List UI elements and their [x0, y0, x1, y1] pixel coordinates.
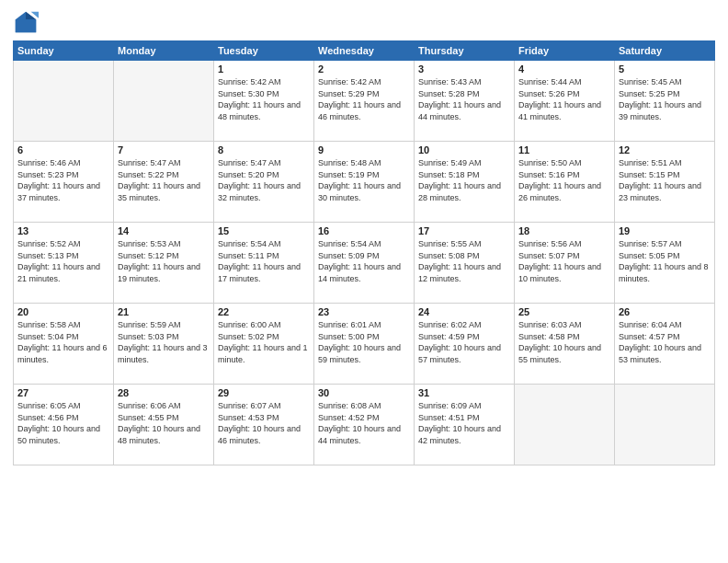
calendar-cell: 13 Sunrise: 5:52 AMSunset: 5:13 PMDaylig…: [14, 223, 114, 304]
cell-info: Sunrise: 5:49 AMSunset: 5:18 PMDaylight:…: [418, 157, 510, 203]
calendar-cell: 26 Sunrise: 6:04 AMSunset: 4:57 PMDaylig…: [615, 304, 715, 385]
day-number: 29: [218, 387, 310, 398]
calendar-cell: 4 Sunrise: 5:44 AMSunset: 5:26 PMDayligh…: [515, 61, 615, 142]
cell-info: Sunrise: 6:00 AMSunset: 5:02 PMDaylight:…: [218, 319, 310, 365]
day-number: 15: [218, 225, 310, 236]
weekday-header: Thursday: [415, 41, 515, 61]
calendar-week-row: 27 Sunrise: 6:05 AMSunset: 4:56 PMDaylig…: [14, 385, 715, 465]
day-number: 5: [619, 63, 711, 75]
cell-info: Sunrise: 5:54 AMSunset: 5:11 PMDaylight:…: [218, 238, 310, 284]
day-number: 1: [218, 63, 310, 75]
day-number: 19: [619, 225, 711, 236]
calendar-cell: 18 Sunrise: 5:56 AMSunset: 5:07 PMDaylig…: [515, 223, 615, 304]
calendar-week-row: 20 Sunrise: 5:58 AMSunset: 5:04 PMDaylig…: [14, 304, 715, 385]
calendar-cell: 27 Sunrise: 6:05 AMSunset: 4:56 PMDaylig…: [14, 385, 114, 465]
day-number: 26: [619, 306, 711, 317]
calendar-cell: [114, 61, 214, 142]
day-number: 23: [318, 306, 410, 317]
calendar-cell: 19 Sunrise: 5:57 AMSunset: 5:05 PMDaylig…: [615, 223, 715, 304]
page-container: SundayMondayTuesdayWednesdayThursdayFrid…: [0, 0, 728, 563]
calendar-week-row: 1 Sunrise: 5:42 AMSunset: 5:30 PMDayligh…: [14, 61, 715, 142]
logo: [13, 9, 40, 35]
calendar-cell: 1 Sunrise: 5:42 AMSunset: 5:30 PMDayligh…: [214, 61, 314, 142]
calendar-cell: 3 Sunrise: 5:43 AMSunset: 5:28 PMDayligh…: [415, 61, 515, 142]
day-number: 4: [518, 63, 610, 75]
calendar-cell: 20 Sunrise: 5:58 AMSunset: 5:04 PMDaylig…: [14, 304, 114, 385]
calendar-cell: [515, 385, 615, 465]
day-number: 31: [418, 387, 510, 398]
cell-info: Sunrise: 5:45 AMSunset: 5:25 PMDaylight:…: [619, 76, 711, 122]
calendar-cell: [14, 61, 114, 142]
calendar-cell: 24 Sunrise: 6:02 AMSunset: 4:59 PMDaylig…: [415, 304, 515, 385]
cell-info: Sunrise: 5:57 AMSunset: 5:05 PMDaylight:…: [619, 238, 711, 284]
day-number: 2: [318, 63, 410, 75]
calendar-cell: 15 Sunrise: 5:54 AMSunset: 5:11 PMDaylig…: [214, 223, 314, 304]
calendar-cell: 23 Sunrise: 6:01 AMSunset: 5:00 PMDaylig…: [314, 304, 415, 385]
day-number: 16: [318, 225, 410, 236]
day-number: 25: [518, 306, 610, 317]
cell-info: Sunrise: 5:52 AMSunset: 5:13 PMDaylight:…: [17, 238, 109, 284]
cell-info: Sunrise: 6:04 AMSunset: 4:57 PMDaylight:…: [619, 319, 711, 365]
cell-info: Sunrise: 5:50 AMSunset: 5:16 PMDaylight:…: [518, 157, 610, 203]
calendar-cell: 25 Sunrise: 6:03 AMSunset: 4:58 PMDaylig…: [515, 304, 615, 385]
day-number: 14: [118, 225, 210, 236]
cell-info: Sunrise: 5:51 AMSunset: 5:15 PMDaylight:…: [619, 157, 711, 203]
calendar-week-row: 6 Sunrise: 5:46 AMSunset: 5:23 PMDayligh…: [14, 142, 715, 223]
day-number: 20: [17, 306, 109, 317]
day-number: 8: [218, 144, 310, 155]
cell-info: Sunrise: 6:05 AMSunset: 4:56 PMDaylight:…: [17, 400, 109, 446]
weekday-header: Wednesday: [314, 41, 415, 61]
calendar-cell: 28 Sunrise: 6:06 AMSunset: 4:55 PMDaylig…: [114, 385, 214, 465]
calendar-cell: 14 Sunrise: 5:53 AMSunset: 5:12 PMDaylig…: [114, 223, 214, 304]
cell-info: Sunrise: 6:08 AMSunset: 4:52 PMDaylight:…: [318, 400, 410, 446]
calendar-cell: 21 Sunrise: 5:59 AMSunset: 5:03 PMDaylig…: [114, 304, 214, 385]
cell-info: Sunrise: 6:02 AMSunset: 4:59 PMDaylight:…: [418, 319, 510, 365]
day-number: 28: [118, 387, 210, 398]
day-number: 21: [118, 306, 210, 317]
calendar-cell: 17 Sunrise: 5:55 AMSunset: 5:08 PMDaylig…: [415, 223, 515, 304]
day-number: 12: [619, 144, 711, 155]
calendar-cell: 29 Sunrise: 6:07 AMSunset: 4:53 PMDaylig…: [214, 385, 314, 465]
day-number: 30: [318, 387, 410, 398]
calendar-cell: 11 Sunrise: 5:50 AMSunset: 5:16 PMDaylig…: [515, 142, 615, 223]
day-number: 3: [418, 63, 510, 75]
calendar-cell: 2 Sunrise: 5:42 AMSunset: 5:29 PMDayligh…: [314, 61, 415, 142]
day-number: 7: [118, 144, 210, 155]
cell-info: Sunrise: 6:01 AMSunset: 5:00 PMDaylight:…: [318, 319, 410, 365]
cell-info: Sunrise: 6:07 AMSunset: 4:53 PMDaylight:…: [218, 400, 310, 446]
cell-info: Sunrise: 5:42 AMSunset: 5:30 PMDaylight:…: [218, 76, 310, 122]
cell-info: Sunrise: 5:43 AMSunset: 5:28 PMDaylight:…: [418, 76, 510, 122]
calendar-cell: 22 Sunrise: 6:00 AMSunset: 5:02 PMDaylig…: [214, 304, 314, 385]
calendar-cell: 31 Sunrise: 6:09 AMSunset: 4:51 PMDaylig…: [415, 385, 515, 465]
day-number: 11: [518, 144, 610, 155]
calendar-cell: 5 Sunrise: 5:45 AMSunset: 5:25 PMDayligh…: [615, 61, 715, 142]
cell-info: Sunrise: 5:53 AMSunset: 5:12 PMDaylight:…: [118, 238, 210, 284]
day-number: 13: [17, 225, 109, 236]
calendar-table: SundayMondayTuesdayWednesdayThursdayFrid…: [13, 40, 715, 465]
weekday-header: Saturday: [615, 41, 715, 61]
cell-info: Sunrise: 5:48 AMSunset: 5:19 PMDaylight:…: [318, 157, 410, 203]
calendar-cell: 6 Sunrise: 5:46 AMSunset: 5:23 PMDayligh…: [14, 142, 114, 223]
weekday-header: Sunday: [14, 41, 114, 61]
cell-info: Sunrise: 6:09 AMSunset: 4:51 PMDaylight:…: [418, 400, 510, 446]
cell-info: Sunrise: 5:55 AMSunset: 5:08 PMDaylight:…: [418, 238, 510, 284]
calendar-cell: 9 Sunrise: 5:48 AMSunset: 5:19 PMDayligh…: [314, 142, 415, 223]
cell-info: Sunrise: 5:42 AMSunset: 5:29 PMDaylight:…: [318, 76, 410, 122]
day-number: 17: [418, 225, 510, 236]
cell-info: Sunrise: 5:54 AMSunset: 5:09 PMDaylight:…: [318, 238, 410, 284]
cell-info: Sunrise: 5:47 AMSunset: 5:20 PMDaylight:…: [218, 157, 310, 203]
day-number: 10: [418, 144, 510, 155]
calendar-week-row: 13 Sunrise: 5:52 AMSunset: 5:13 PMDaylig…: [14, 223, 715, 304]
cell-info: Sunrise: 6:06 AMSunset: 4:55 PMDaylight:…: [118, 400, 210, 446]
day-number: 9: [318, 144, 410, 155]
logo-icon: [13, 9, 39, 35]
cell-info: Sunrise: 6:03 AMSunset: 4:58 PMDaylight:…: [518, 319, 610, 365]
calendar-cell: 12 Sunrise: 5:51 AMSunset: 5:15 PMDaylig…: [615, 142, 715, 223]
day-number: 27: [17, 387, 109, 398]
calendar-cell: 30 Sunrise: 6:08 AMSunset: 4:52 PMDaylig…: [314, 385, 415, 465]
svg-rect-2: [16, 19, 36, 32]
calendar-cell: 10 Sunrise: 5:49 AMSunset: 5:18 PMDaylig…: [415, 142, 515, 223]
cell-info: Sunrise: 5:59 AMSunset: 5:03 PMDaylight:…: [118, 319, 210, 365]
header: [13, 9, 715, 35]
cell-info: Sunrise: 5:44 AMSunset: 5:26 PMDaylight:…: [518, 76, 610, 122]
